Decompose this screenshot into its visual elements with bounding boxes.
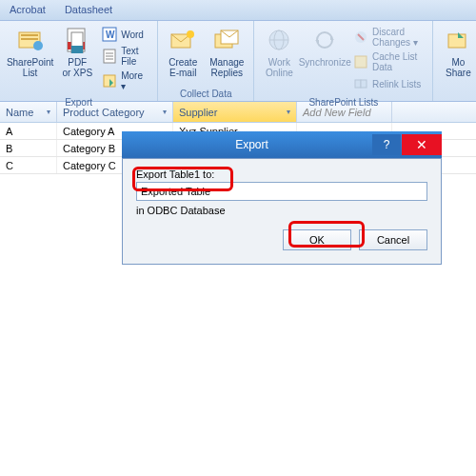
synchronize-button: Synchronize <box>300 23 349 95</box>
relink-icon <box>353 76 368 91</box>
more-icon <box>102 73 117 89</box>
ribbon: SharePoint List PDF or XPS W Word Text F… <box>0 21 476 102</box>
svg-rect-2 <box>21 38 38 40</box>
ok-button[interactable]: OK <box>283 229 351 250</box>
move-sharepoint-button[interactable]: Mo Share <box>437 23 476 97</box>
create-email-icon <box>168 25 198 55</box>
pdf-icon <box>62 25 92 55</box>
create-email-button[interactable]: Create E-mail <box>162 23 204 87</box>
export-textfile-button[interactable]: Text File <box>102 44 149 69</box>
chevron-down-icon[interactable]: ▾ <box>287 108 290 116</box>
sharepoint-list-button[interactable]: SharePoint List <box>4 23 56 95</box>
ribbon-group-export: SharePoint List PDF or XPS W Word Text F… <box>0 21 158 101</box>
dialog-title: Export <box>131 138 372 151</box>
cache-icon <box>353 54 368 69</box>
tab-acrobat[interactable]: Acrobat <box>0 0 55 20</box>
cell-name[interactable]: A <box>0 123 57 139</box>
svg-rect-7 <box>71 46 83 53</box>
work-online-icon <box>264 25 294 55</box>
work-online-button: Work Online <box>258 23 300 95</box>
svg-point-3 <box>33 41 43 50</box>
synchronize-icon <box>309 25 340 55</box>
column-header-supplier[interactable]: Supplier▾ <box>173 102 297 122</box>
manage-replies-icon <box>211 25 242 55</box>
export-name-input[interactable] <box>136 182 427 201</box>
cell-name[interactable]: B <box>0 140 57 156</box>
export-more-button[interactable]: More ▾ <box>102 69 149 93</box>
ribbon-group-collect: Create E-mail Manage Replies Collect Dat… <box>158 21 254 101</box>
discard-changes-button: Discard Changes ▾ <box>353 25 425 50</box>
svg-rect-28 <box>361 80 367 88</box>
svg-point-16 <box>187 30 194 38</box>
word-icon: W <box>102 27 117 42</box>
ribbon-tabs: Acrobat Datasheet <box>0 0 476 21</box>
discard-icon <box>353 30 368 45</box>
svg-rect-27 <box>355 80 361 88</box>
dialog-label: Export Table1 to: <box>136 169 427 180</box>
cache-list-button: Cache List Data <box>353 50 425 74</box>
column-header-addnew[interactable]: Add New Field <box>297 102 392 122</box>
manage-replies-button[interactable]: Manage Replies <box>204 23 249 87</box>
ribbon-group-web: Work Online Synchronize Discard Changes … <box>254 21 433 101</box>
dialog-subtext: in ODBC Database <box>136 205 427 216</box>
column-header-category[interactable]: Product Category▾ <box>57 102 173 122</box>
svg-rect-29 <box>448 34 466 48</box>
svg-text:W: W <box>106 30 115 40</box>
relink-lists-button: Relink Lists <box>353 74 425 93</box>
svg-rect-26 <box>355 56 367 68</box>
column-header-name[interactable]: Name▾ <box>0 102 57 122</box>
chevron-down-icon[interactable]: ▾ <box>47 108 50 116</box>
textfile-icon <box>102 49 117 64</box>
move-icon <box>443 25 473 55</box>
tab-datasheet[interactable]: Datasheet <box>55 0 122 20</box>
pdf-xps-button[interactable]: PDF or XPS <box>56 23 98 95</box>
dialog-close-button[interactable]: ✕ <box>402 134 442 155</box>
dialog-help-button[interactable]: ? <box>372 134 401 155</box>
dialog-titlebar[interactable]: Export ? ✕ <box>122 131 442 158</box>
cell-name[interactable]: C <box>0 157 57 173</box>
group-label-collect: Collect Data <box>162 87 249 101</box>
cancel-button[interactable]: Cancel <box>359 229 427 250</box>
chevron-down-icon[interactable]: ▾ <box>163 108 167 116</box>
svg-rect-1 <box>21 34 38 36</box>
sharepoint-icon <box>15 25 46 55</box>
export-dialog: Export ? ✕ Export Table1 to: in ODBC Dat… <box>122 131 442 265</box>
export-word-button[interactable]: W Word <box>102 25 149 44</box>
ribbon-group-move: Mo Share <box>433 21 476 101</box>
